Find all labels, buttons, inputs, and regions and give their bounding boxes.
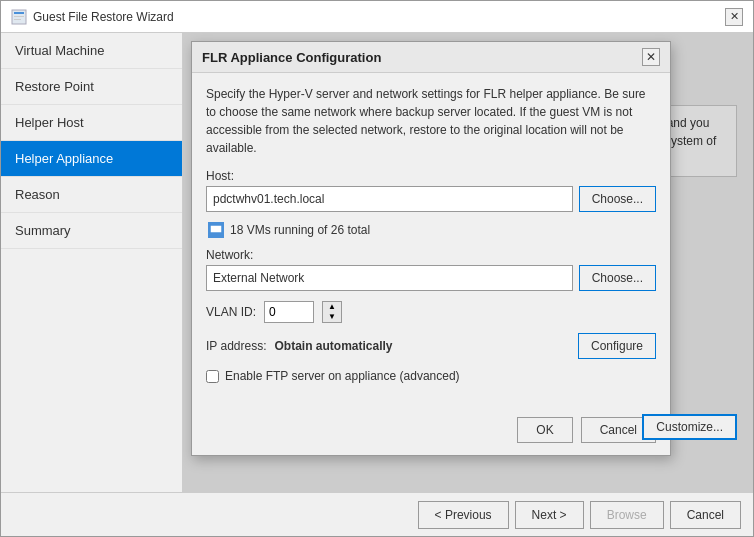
customize-button[interactable]: Customize... xyxy=(642,414,737,440)
modal-close-button[interactable]: ✕ xyxy=(642,48,660,66)
network-row: Choose... xyxy=(206,265,656,291)
network-group: Network: Choose... xyxy=(206,248,656,291)
bottom-navigation: < Previous Next > Browse Cancel xyxy=(1,492,753,536)
svg-rect-1 xyxy=(14,12,24,14)
ok-button[interactable]: OK xyxy=(517,417,572,443)
host-label: Host: xyxy=(206,169,656,183)
modal-title-bar: FLR Appliance Configuration ✕ xyxy=(192,42,670,73)
host-input[interactable] xyxy=(206,186,573,212)
main-panel: Helper Appliance We have gathered all th… xyxy=(183,33,753,492)
vm-info-text: 18 VMs running of 26 total xyxy=(230,223,370,237)
modal-title: FLR Appliance Configuration xyxy=(202,50,381,65)
ip-label: IP address: xyxy=(206,339,266,353)
flr-configuration-dialog: FLR Appliance Configuration ✕ Specify th… xyxy=(191,41,671,456)
ip-row: IP address: Obtain automatically Configu… xyxy=(206,333,656,359)
ftp-checkbox-label: Enable FTP server on appliance (advanced… xyxy=(225,369,460,383)
vlan-up-button[interactable]: ▲ xyxy=(323,302,341,312)
svg-rect-17 xyxy=(210,225,222,233)
vlan-row: VLAN ID: ▲ ▼ xyxy=(206,301,656,323)
content-area: Virtual Machine Restore Point Helper Hos… xyxy=(1,33,753,492)
sidebar-item-reason[interactable]: Reason xyxy=(1,177,182,213)
host-group: Host: Choose... xyxy=(206,169,656,212)
sidebar-item-helper-appliance[interactable]: Helper Appliance xyxy=(1,141,182,177)
next-button[interactable]: Next > xyxy=(515,501,584,529)
vm-icon xyxy=(208,222,224,238)
vlan-label: VLAN ID: xyxy=(206,305,256,319)
host-row: Choose... xyxy=(206,186,656,212)
sidebar-item-virtual-machine[interactable]: Virtual Machine xyxy=(1,33,182,69)
ip-value: Obtain automatically xyxy=(274,339,392,353)
title-bar-left: Guest File Restore Wizard xyxy=(11,9,174,25)
window-title: Guest File Restore Wizard xyxy=(33,10,174,24)
sidebar-item-summary[interactable]: Summary xyxy=(1,213,182,249)
ftp-checkbox[interactable] xyxy=(206,370,219,383)
sidebar-item-restore-point[interactable]: Restore Point xyxy=(1,69,182,105)
network-choose-button[interactable]: Choose... xyxy=(579,265,656,291)
svg-rect-18 xyxy=(213,234,219,236)
vlan-down-button[interactable]: ▼ xyxy=(323,312,341,322)
modal-footer: OK Cancel xyxy=(192,409,670,455)
main-window: Guest File Restore Wizard ✕ Virtual Mach… xyxy=(0,0,754,537)
sidebar: Virtual Machine Restore Point Helper Hos… xyxy=(1,33,183,492)
modal-description: Specify the Hyper-V server and network s… xyxy=(206,85,656,157)
vlan-input[interactable] xyxy=(264,301,314,323)
title-bar: Guest File Restore Wizard ✕ xyxy=(1,1,753,33)
network-label: Network: xyxy=(206,248,656,262)
ftp-checkbox-row: Enable FTP server on appliance (advanced… xyxy=(206,369,656,383)
cancel-nav-button[interactable]: Cancel xyxy=(670,501,741,529)
wizard-icon xyxy=(11,9,27,25)
configure-button[interactable]: Configure xyxy=(578,333,656,359)
host-choose-button[interactable]: Choose... xyxy=(579,186,656,212)
previous-button[interactable]: < Previous xyxy=(418,501,509,529)
window-close-button[interactable]: ✕ xyxy=(725,8,743,26)
vm-info: 18 VMs running of 26 total xyxy=(208,222,656,238)
svg-rect-2 xyxy=(14,16,24,17)
sidebar-item-helper-host[interactable]: Helper Host xyxy=(1,105,182,141)
network-input[interactable] xyxy=(206,265,573,291)
vlan-spinner[interactable]: ▲ ▼ xyxy=(322,301,342,323)
browse-button[interactable]: Browse xyxy=(590,501,664,529)
svg-rect-3 xyxy=(14,19,21,20)
modal-body: Specify the Hyper-V server and network s… xyxy=(192,73,670,409)
